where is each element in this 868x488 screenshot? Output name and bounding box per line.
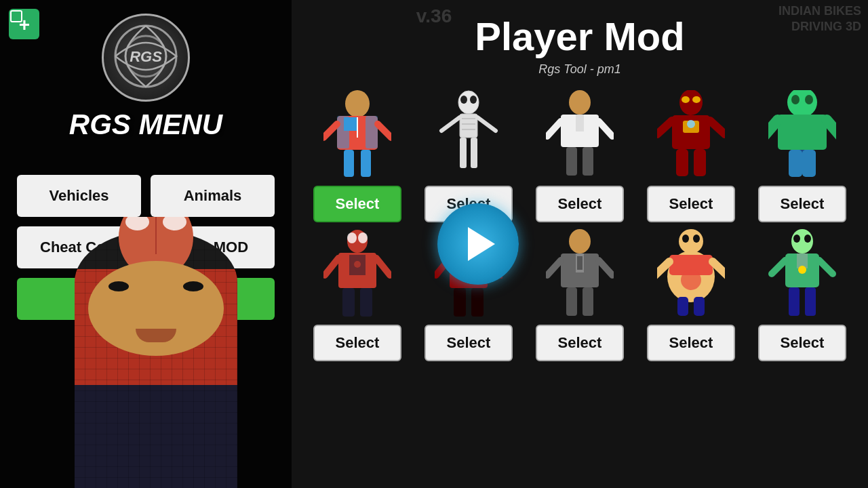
svg-rect-11: [366, 116, 378, 148]
svg-line-97: [772, 260, 785, 274]
svg-point-18: [470, 96, 477, 104]
character-card-6: Select: [305, 226, 410, 361]
character-card-2: Select: [416, 87, 521, 222]
logo-area: RGS RGS MENU: [69, 7, 222, 141]
svg-rect-29: [576, 115, 584, 131]
svg-point-86: [681, 270, 701, 290]
char-figure-5: [758, 87, 846, 182]
select-btn-8[interactable]: Select: [536, 325, 624, 361]
svg-line-41: [710, 121, 725, 134]
character-grid-row2: Select Select: [305, 226, 854, 361]
svg-text:+: +: [19, 14, 30, 35]
character-card-8: Select: [528, 226, 632, 361]
svg-point-82: [682, 235, 689, 243]
svg-point-92: [793, 235, 800, 243]
svg-point-6: [345, 90, 370, 117]
svg-point-56: [358, 232, 368, 243]
page-title: Player Mod: [305, 14, 854, 59]
svg-line-52: [768, 120, 778, 139]
corner-logo-icon: +: [5, 5, 43, 43]
character-grid-row1: Select Select: [305, 87, 854, 222]
svg-line-31: [599, 121, 612, 136]
char-figure-2: [425, 87, 513, 182]
svg-point-55: [347, 232, 357, 243]
svg-rect-80: [583, 287, 593, 316]
character-card-1: Select: [305, 87, 410, 222]
svg-line-78: [599, 260, 612, 275]
svg-rect-47: [778, 115, 827, 150]
char-figure-6: [313, 226, 401, 321]
menu-row-1: Vehicles Animals: [17, 175, 275, 217]
select-btn-4[interactable]: Select: [647, 186, 735, 222]
select-btn-3[interactable]: Select: [536, 186, 624, 222]
svg-point-34: [679, 90, 703, 115]
character-card-9: Select: [639, 226, 743, 361]
svg-rect-89: [677, 297, 688, 316]
svg-point-59: [354, 261, 361, 268]
play-button[interactable]: [437, 203, 519, 285]
select-btn-7[interactable]: Select: [425, 325, 513, 361]
svg-line-30: [547, 121, 561, 136]
char-figure-8: [536, 226, 624, 321]
play-icon: [468, 227, 495, 261]
svg-rect-25: [460, 138, 467, 168]
svg-point-17: [460, 96, 467, 104]
svg-point-73: [569, 229, 591, 253]
vehicles-button[interactable]: Vehicles: [17, 175, 141, 217]
svg-point-83: [693, 235, 700, 243]
svg-rect-100: [805, 287, 816, 316]
svg-rect-79: [566, 287, 577, 316]
svg-point-93: [804, 235, 811, 243]
svg-rect-14: [344, 150, 354, 177]
character-card-5: Select: [750, 87, 854, 222]
svg-point-45: [791, 95, 800, 104]
character-card-4: Select: [639, 87, 743, 222]
svg-line-98: [819, 260, 833, 274]
select-btn-9[interactable]: Select: [647, 325, 735, 361]
subtitle: Rgs Tool - pm1: [305, 62, 854, 77]
svg-rect-62: [342, 288, 355, 317]
svg-text:RGS: RGS: [130, 48, 162, 65]
svg-point-27: [569, 90, 591, 115]
char-figure-10: [758, 226, 846, 321]
svg-point-81: [679, 229, 703, 253]
select-btn-1[interactable]: Select: [313, 186, 401, 222]
svg-line-12: [323, 124, 337, 138]
svg-rect-15: [361, 150, 371, 177]
svg-rect-63: [360, 288, 372, 317]
svg-rect-43: [694, 149, 706, 176]
svg-point-46: [805, 95, 813, 104]
char-figure-3: [536, 87, 624, 182]
svg-rect-51: [802, 150, 816, 177]
select-btn-5[interactable]: Select: [758, 186, 846, 222]
menu-title: RGS MENU: [69, 108, 222, 141]
svg-line-13: [378, 124, 391, 138]
char-figure-9: [647, 226, 735, 321]
svg-line-23: [441, 117, 460, 131]
animals-button[interactable]: Animals: [151, 175, 275, 217]
svg-point-35: [682, 96, 690, 103]
svg-rect-99: [789, 287, 800, 316]
select-btn-10[interactable]: Select: [758, 325, 846, 361]
select-btn-6[interactable]: Select: [313, 325, 401, 361]
avatar-overlay: 🕷: [54, 217, 285, 488]
svg-line-77: [547, 260, 561, 275]
svg-rect-19: [460, 114, 477, 138]
svg-line-60: [325, 258, 338, 275]
rgs-logo: RGS: [102, 14, 190, 102]
svg-rect-10: [337, 116, 349, 148]
svg-rect-76: [577, 256, 583, 270]
svg-rect-71: [454, 288, 466, 317]
svg-line-24: [477, 117, 496, 131]
main-content: Player Mod Rgs Tool - pm1 Select: [292, 0, 868, 488]
svg-rect-72: [471, 288, 484, 317]
svg-line-40: [657, 121, 672, 134]
svg-line-61: [376, 258, 390, 275]
svg-rect-33: [583, 147, 593, 176]
char-figure-1: [313, 87, 401, 182]
svg-rect-26: [471, 138, 477, 168]
svg-rect-50: [789, 150, 802, 177]
svg-point-44: [787, 90, 817, 117]
svg-rect-90: [694, 297, 705, 316]
svg-line-53: [827, 120, 836, 139]
